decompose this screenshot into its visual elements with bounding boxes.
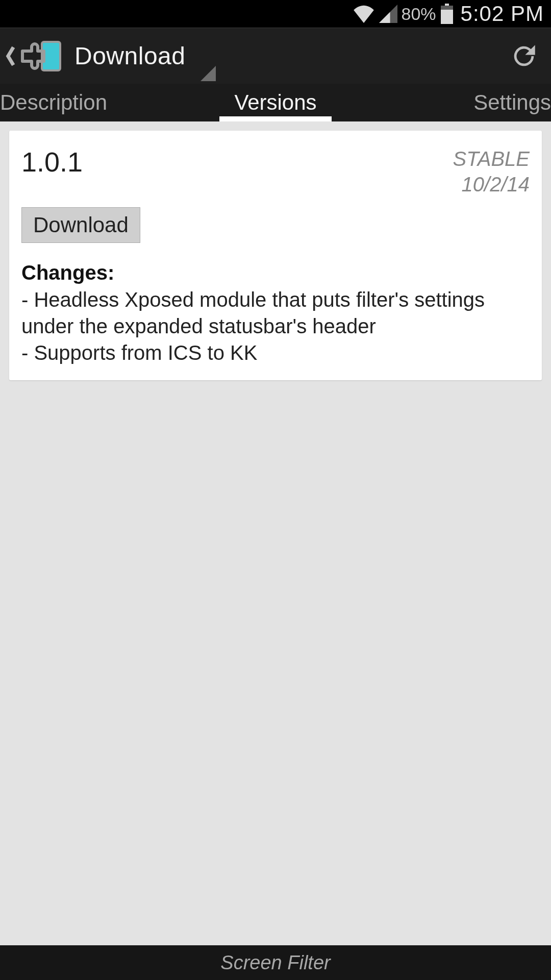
svg-rect-0 [445, 4, 449, 6]
content-area[interactable]: 1.0.1 STABLE 10/2/14 Download Changes: -… [0, 121, 551, 945]
footer-bar[interactable]: Screen Filter [0, 945, 551, 980]
tab-bar: Description Versions Settings [0, 84, 551, 121]
actionbar-title-spinner[interactable]: Download [74, 42, 216, 70]
statusbar: 80% 5:02 PM [0, 0, 551, 28]
wifi-icon [353, 5, 375, 23]
dropdown-indicator-icon [201, 66, 216, 81]
tab-label: Versions [234, 90, 316, 115]
tab-settings[interactable]: Settings [367, 84, 551, 121]
actionbar: Download [0, 28, 551, 84]
refresh-button[interactable] [506, 38, 542, 74]
version-meta: STABLE 10/2/14 [453, 146, 530, 197]
cell-signal-icon [379, 5, 397, 23]
version-card: 1.0.1 STABLE 10/2/14 Download Changes: -… [9, 131, 542, 380]
back-button[interactable] [4, 43, 17, 69]
battery-icon [440, 4, 454, 24]
download-button[interactable]: Download [21, 207, 140, 243]
release-date: 10/2/14 [453, 172, 530, 197]
svg-rect-2 [441, 10, 453, 24]
actionbar-title-text: Download [74, 42, 185, 69]
changes-body: - Headless Xposed module that puts filte… [21, 286, 530, 366]
tab-label: Description [0, 90, 107, 115]
clock: 5:02 PM [461, 2, 544, 26]
footer-label: Screen Filter [220, 952, 330, 974]
stability-label: STABLE [453, 146, 530, 172]
tab-description[interactable]: Description [0, 84, 184, 121]
tab-label: Settings [473, 90, 551, 115]
app-icon[interactable] [19, 39, 63, 74]
changes-heading: Changes: [21, 261, 530, 284]
tab-versions[interactable]: Versions [184, 84, 367, 121]
battery-percentage: 80% [402, 4, 436, 24]
version-number: 1.0.1 [21, 146, 83, 178]
